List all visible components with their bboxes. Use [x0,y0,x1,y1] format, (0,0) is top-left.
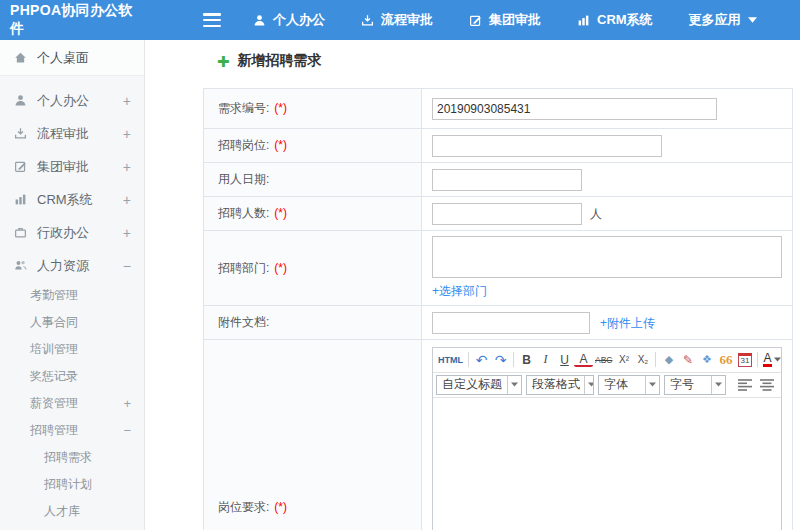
format-brush-icon[interactable]: ✎ [678,350,697,370]
collapse-icon[interactable]: − [123,259,131,273]
chevron-down-icon [711,376,725,394]
collapse-icon[interactable]: − [123,424,131,437]
expand-icon[interactable]: + [123,94,131,108]
expand-icon[interactable]: + [123,193,131,207]
sidebar-item-talent-pool[interactable]: 人才库 [0,498,144,525]
form-row-req-no: 需求编号:(*) [204,89,793,129]
align-right-icon[interactable] [780,376,781,394]
image-icon[interactable]: ❖ [697,350,716,370]
chevron-down-icon [584,376,594,394]
custom-title-dropdown[interactable]: 自定义标题 [436,375,522,395]
attachment-input[interactable] [432,312,590,334]
headcount-input[interactable] [432,203,582,225]
sidebar-item-label: 薪资管理 [30,395,78,412]
sidebar-item-personal-office[interactable]: 个人办公 + [0,84,144,117]
bar-chart-icon [14,193,29,206]
top-bar: PHPOA协同办公软件 个人办公 流程审批 集团审批 CRM系统 [0,0,800,40]
position-input[interactable] [432,135,662,157]
form-row-headcount: 招聘人数:(*) 人 [204,197,793,231]
form-row-hire-date: 用人日期: [204,163,793,197]
html-source-button[interactable]: HTML [436,350,465,370]
headcount-unit: 人 [590,207,602,221]
sidebar: 个人桌面 个人办公 + 流程审批 + 集团审批 + [0,40,145,530]
field-label: 需求编号: [218,101,269,115]
field-label: 招聘人数: [218,206,269,220]
form-row-position: 招聘岗位:(*) [204,129,793,163]
sidebar-item-label: 集团审批 [37,158,89,176]
nav-personal-office[interactable]: 个人办公 [253,11,325,29]
flow-approval-icon [14,127,29,140]
sidebar-item-training-management[interactable]: 培训管理 [0,336,144,363]
sidebar-item-attendance-management[interactable]: 考勤管理 [0,282,144,309]
underline-button[interactable]: U [555,350,574,370]
bold-button[interactable]: B [517,350,536,370]
required-mark: (*) [274,138,287,152]
undo-icon[interactable]: ↶ [472,350,491,370]
field-label: 岗位要求: [218,500,269,514]
font-color-label: A [763,352,771,367]
expand-icon[interactable]: + [123,127,131,141]
font-style-button[interactable]: A [574,353,593,367]
sidebar-item-process-approval[interactable]: 流程审批 + [0,117,144,150]
sidebar-item-personal-desktop[interactable]: 个人桌面 [0,40,144,76]
nav-label: 更多应用 [689,11,741,29]
nav-label: 个人办公 [273,11,325,29]
italic-button[interactable]: I [536,350,555,370]
sidebar-item-label: 奖惩记录 [30,368,78,385]
sidebar-item-admin-office[interactable]: 行政办公 + [0,216,144,249]
dropdown-label: 字体 [604,376,628,393]
sidebar-item-personnel-contract[interactable]: 人事合同 [0,309,144,336]
sidebar-item-label: 个人办公 [37,92,89,110]
sidebar-item-salary-management[interactable]: 薪资管理 + [0,390,144,417]
field-label: 用人日期: [218,172,269,186]
sidebar-item-recruit-demand[interactable]: 招聘需求 [0,444,144,471]
nav-more-apps[interactable]: 更多应用 [689,11,757,29]
nav-group-approval[interactable]: 集团审批 [469,11,541,29]
paragraph-format-dropdown[interactable]: 段落格式 [526,375,594,395]
sidebar-item-recruit-management[interactable]: 招聘管理 − [0,417,144,444]
req-no-input[interactable] [432,98,717,120]
subscript-button[interactable]: X₂ [633,350,652,370]
hamburger-menu-icon[interactable] [203,13,221,27]
eraser-icon[interactable]: ◆ [659,350,678,370]
sidebar-item-human-resources[interactable]: 人力资源 − [0,249,144,282]
sidebar-item-crm-system[interactable]: CRM系统 + [0,183,144,216]
chevron-down-icon [774,357,781,362]
align-center-icon[interactable] [758,376,776,394]
department-textarea[interactable] [432,236,782,278]
expand-icon[interactable]: + [123,160,131,174]
editor-content-area[interactable] [433,398,781,530]
font-color-button[interactable]: A [761,352,781,367]
expand-icon[interactable]: + [123,226,131,240]
sidebar-item-recruit-plan[interactable]: 招聘计划 [0,471,144,498]
form-row-requirements: 岗位要求:(*) HTML ↶ ↷ B I U A [204,340,793,530]
person-icon [253,14,266,27]
select-department-link[interactable]: +选择部门 [432,283,487,300]
sidebar-item-reward-punishment[interactable]: 奖惩记录 [0,363,144,390]
sidebar-item-label: 行政办公 [37,224,89,242]
nav-process-approval[interactable]: 流程审批 [361,11,433,29]
align-left-icon[interactable] [736,376,754,394]
required-mark: (*) [274,101,287,115]
sidebar-item-label: 人力资源 [37,257,89,275]
hire-date-input[interactable] [432,169,582,191]
expand-icon[interactable]: + [123,397,131,410]
person-icon [14,94,29,107]
sidebar-item-group-approval[interactable]: 集团审批 + [0,150,144,183]
toolbar-separator [757,352,758,367]
font-size-dropdown[interactable]: 字号 [664,375,726,395]
calendar-icon[interactable]: 31 [738,353,753,367]
page-title-text: 新增招聘需求 [238,52,322,70]
attachment-upload-link[interactable]: +附件上传 [600,316,655,330]
top-navigation: 个人办公 流程审批 集团审批 CRM系统 更多应用 [253,11,757,29]
superscript-button[interactable]: X² [614,350,633,370]
strikethrough-button[interactable]: ABC [593,350,614,370]
green-plus-icon: ✚ [217,54,230,69]
redo-icon[interactable]: ↷ [491,350,510,370]
blockquote-icon[interactable]: 66 [716,350,735,370]
sidebar-item-label: 个人桌面 [37,49,89,67]
nav-crm-system[interactable]: CRM系统 [577,11,653,29]
sidebar-item-label: 培训管理 [30,341,78,358]
editor-toolbar-row1: HTML ↶ ↷ B I U A ABC X² X₂ [433,348,781,373]
font-family-dropdown[interactable]: 字体 [598,375,660,395]
